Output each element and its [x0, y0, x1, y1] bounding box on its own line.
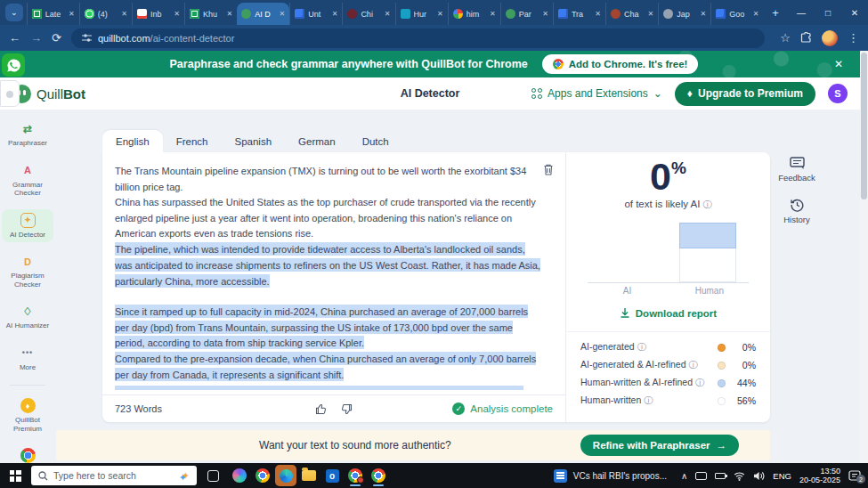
start-button[interactable] [4, 470, 27, 482]
tab-close-icon[interactable]: ✕ [490, 10, 496, 18]
taskbar-search[interactable]: Type here to search ✦ [31, 466, 197, 485]
sidebar-item-quillbot-premium[interactable]: ♦ QuillBot Premium [2, 394, 53, 436]
tab-close-icon[interactable]: ✕ [437, 10, 443, 18]
restore-button[interactable]: □ [815, 0, 841, 25]
taskbar-file-explorer[interactable] [297, 464, 320, 487]
browser-tab[interactable]: Inb✕ [132, 3, 184, 25]
bookmark-star-icon[interactable]: ☆ [780, 31, 791, 45]
tab-close-icon[interactable]: ✕ [542, 10, 548, 18]
task-view-button[interactable] [207, 470, 219, 482]
tab-close-icon[interactable]: ✕ [226, 10, 232, 18]
wifi-icon[interactable] [734, 471, 745, 481]
tab-close-icon[interactable]: ✕ [701, 10, 707, 18]
language-indicator[interactable]: ENG [773, 471, 791, 481]
extensions-icon[interactable] [800, 32, 812, 44]
scrollbar-thumb[interactable] [861, 53, 867, 199]
back-button[interactable]: ← [9, 31, 20, 45]
feedback-button[interactable]: Feedback [781, 157, 813, 183]
sidebar-item-plagiarism-checker[interactable]: D Plagiarism Checker [2, 250, 53, 292]
whatsapp-dock-icon[interactable] [2, 53, 25, 77]
tab-dutch[interactable]: Dutch [349, 130, 402, 152]
download-report-button[interactable]: Download report [620, 307, 717, 319]
docs-favicon-icon [558, 9, 568, 19]
site-settings-icon[interactable] [82, 33, 92, 43]
notification-center-button[interactable]: 2 [848, 470, 861, 481]
taskbar-chrome-profile[interactable] [344, 464, 367, 487]
upgrade-to-premium-button[interactable]: ♦ Upgrade to Premium [675, 82, 815, 106]
news-widget-button[interactable]: VCs hail RBI's propos... [554, 469, 667, 483]
tab-search-button[interactable]: ⌄ [5, 4, 23, 21]
browser-tab[interactable]: Jap✕ [658, 3, 710, 25]
info-icon[interactable]: ⓘ [637, 342, 646, 352]
sidebar-item-more[interactable]: ••• More [2, 342, 53, 376]
tab-close-icon[interactable]: ✕ [595, 10, 601, 18]
language-tabs: English French Spanish German Dutch [102, 130, 402, 152]
browser-profile-avatar[interactable] [822, 30, 838, 46]
browser-tab[interactable]: Unt✕ [289, 3, 342, 25]
taskbar-clock[interactable]: 13:50 20-05-2025 [799, 467, 840, 484]
info-icon[interactable]: ⓘ [644, 395, 653, 405]
browser-tab[interactable]: Hur✕ [395, 3, 448, 25]
page-scrollbar[interactable] [860, 51, 868, 463]
dock-shortcut[interactable] [0, 80, 20, 107]
browser-tab[interactable]: Late✕ [27, 3, 79, 25]
battery-icon[interactable] [715, 473, 726, 479]
taskbar-outlook[interactable]: o [320, 464, 344, 487]
browser-tab-active[interactable]: AI D✕ [237, 3, 289, 25]
browser-tab[interactable]: Tra✕ [553, 3, 605, 25]
delete-text-button[interactable] [542, 163, 555, 176]
browser-tab[interactable]: (4)✕ [79, 3, 132, 25]
browser-tab[interactable]: Khu✕ [184, 3, 237, 25]
info-icon[interactable]: ⓘ [695, 378, 704, 387]
sidebar-item-paraphraser[interactable]: ⇄ Paraphraser [2, 118, 53, 151]
tab-close-icon[interactable]: ✕ [753, 10, 759, 18]
info-icon[interactable]: ⓘ [703, 199, 712, 209]
banner-close-icon[interactable]: ✕ [834, 58, 843, 70]
tab-close-icon[interactable]: ✕ [647, 10, 653, 18]
thumbs-down-button[interactable] [340, 403, 353, 416]
arrow-right-icon: → [717, 440, 727, 451]
tab-close-icon[interactable]: ✕ [174, 10, 180, 18]
hidden-icons-chevron[interactable]: ∧ [681, 471, 687, 481]
tab-close-icon[interactable]: ✕ [121, 10, 127, 18]
sidebar-item-ai-humanizer[interactable]: ♢ AI Humanizer [2, 300, 53, 334]
minimize-button[interactable]: — [788, 0, 815, 25]
sidebar-item-ai-detector[interactable]: ✦ AI Detector [2, 209, 53, 243]
thumbs-up-button[interactable] [314, 403, 328, 416]
browser-tab[interactable]: Chi✕ [342, 3, 394, 25]
tab-close-icon[interactable]: ✕ [69, 10, 75, 18]
browser-menu-icon[interactable]: ⋮ [848, 31, 859, 45]
refine-with-paraphraser-button[interactable]: Refine with Paraphraser → [580, 435, 739, 456]
taskbar-chrome[interactable] [251, 464, 274, 487]
taskbar-copilot[interactable] [228, 464, 251, 487]
tab-close-icon[interactable]: ✕ [385, 10, 391, 18]
history-button[interactable]: History [781, 198, 813, 224]
new-tab-button[interactable]: + [765, 2, 786, 23]
refresh-button[interactable]: ⟳ [52, 31, 61, 45]
info-icon[interactable]: ⓘ [688, 360, 697, 370]
browser-tab[interactable]: him✕ [448, 3, 500, 25]
taskbar-edge-active[interactable] [274, 464, 297, 487]
taskbar-chrome-2[interactable] [367, 464, 390, 487]
address-bar[interactable]: quillbot.com/ai-content-detector [71, 28, 765, 48]
add-to-chrome-button[interactable]: Add to Chrome. It's free! [542, 54, 699, 74]
text-input-area[interactable]: The Trans Mountain pipeline expansion (T… [102, 152, 565, 422]
ai-detector-icon: ✦ [20, 213, 36, 228]
user-avatar[interactable]: S [828, 84, 848, 103]
volume-icon[interactable] [753, 471, 765, 481]
tab-close-icon[interactable]: ✕ [280, 10, 286, 18]
browser-tab[interactable]: Par✕ [500, 3, 553, 25]
tab-spanish[interactable]: Spanish [222, 130, 286, 152]
sidebar-item-grammar-checker[interactable]: A Grammar Checker [2, 159, 53, 201]
tab-french[interactable]: French [163, 130, 222, 152]
tab-german[interactable]: German [285, 130, 349, 152]
close-window-button[interactable]: ✕ [841, 0, 868, 25]
quillbot-logo[interactable]: QuillBot [12, 85, 85, 103]
tab-english[interactable]: English [102, 130, 163, 152]
browser-tab[interactable]: Cha✕ [605, 3, 658, 25]
forward-button[interactable]: → [30, 31, 42, 45]
tab-close-icon[interactable]: ✕ [332, 10, 338, 18]
browser-tab[interactable]: Goo✕ [710, 3, 763, 25]
touch-keyboard-icon[interactable] [695, 472, 707, 480]
apps-and-extensions-button[interactable]: Apps and Extensions ⌄ [531, 87, 662, 100]
